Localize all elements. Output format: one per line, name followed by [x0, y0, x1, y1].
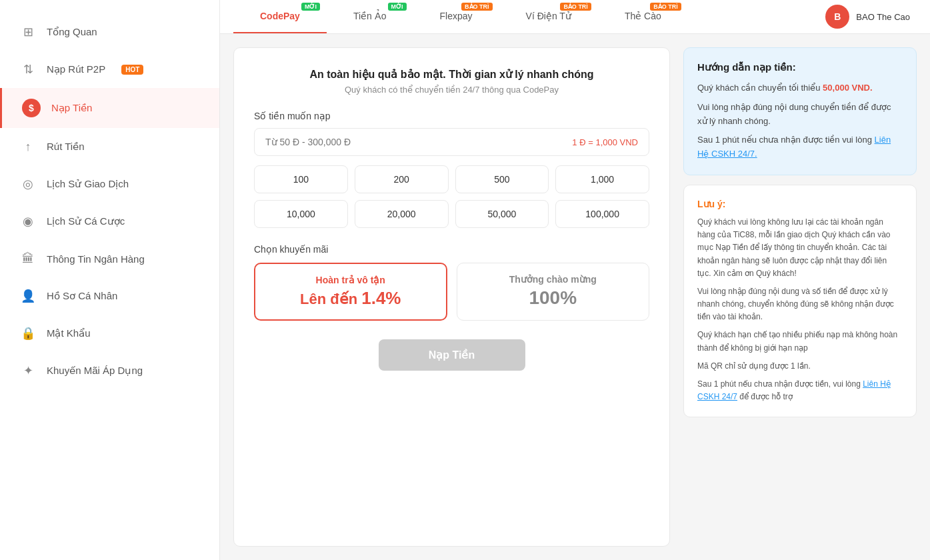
warning-line-3: Quý khách hạn chế tạo nhiều phiếu nạp mà… — [697, 329, 903, 354]
quick-amount-grid: 100 200 500 1,000 10,000 20,000 50,000 1… — [254, 165, 649, 228]
history-icon: ◎ — [20, 176, 36, 192]
sidebar-label-nap-rut-p2p: Nạp Rút P2P — [47, 63, 105, 75]
promo-icon: ✦ — [20, 363, 36, 379]
withdraw-icon: ↑ — [20, 139, 36, 155]
warning-title: Lưu ý: — [697, 199, 903, 209]
promo-hoan-tra-title: Hoàn trả vô tận — [266, 275, 435, 285]
amount-btn-50000[interactable]: 50,000 — [455, 200, 549, 228]
user-name: BAO The Cao — [856, 12, 910, 22]
exchange-rate: 1 Đ = 1,000 VND — [572, 137, 638, 147]
sidebar-label-khuyen-mai-ap-dung: Khuyến Mãi Áp Dụng — [47, 365, 143, 377]
guide-card: Hướng dẫn nạp tiền: Quý khách cần chuyển… — [683, 47, 917, 175]
dashboard-icon: ⊞ — [20, 24, 36, 40]
tab-bar: CodePay MỚI Tiền Ảo MỚI Flexpay BẢO TRÌ … — [220, 0, 930, 34]
form-subtitle: Quý khách có thể chuyển tiền 24/7 thông … — [254, 85, 649, 95]
sidebar-item-khuyen-mai-ap-dung[interactable]: ✦ Khuyến Mãi Áp Dụng — [0, 352, 219, 389]
guide-line-1: Quý khách cần chuyển tối thiểu 50,000 VN… — [697, 81, 903, 95]
sidebar-label-rut-tien: Rút Tiền — [47, 141, 85, 153]
promo-chao-mung-value: 100% — [468, 287, 639, 309]
sidebar-label-lich-su-giao-dich: Lịch Sử Giao Dịch — [47, 178, 129, 190]
user-avatar: B — [825, 5, 849, 29]
deposit-form-card: An toàn hiệu quả bảo mật. Thời gian xử l… — [233, 47, 670, 547]
sidebar-item-lich-su-ca-cuoc[interactable]: ◉ Lịch Sử Cá Cược — [0, 203, 219, 240]
sidebar-item-nap-rut-p2p[interactable]: ⇅ Nạp Rút P2P HOT — [0, 51, 219, 88]
main-content: CodePay MỚI Tiền Ảo MỚI Flexpay BẢO TRÌ … — [220, 0, 930, 560]
sidebar-item-rut-tien[interactable]: ↑ Rút Tiền — [0, 128, 219, 165]
hot-badge: HOT — [121, 65, 143, 75]
promo-grid: Hoàn trả vô tận Lên đến 1.4% Thưởng chào… — [254, 263, 649, 321]
guide-title: Hướng dẫn nạp tiền: — [697, 61, 903, 73]
guide-line-3: Sau 1 phút nếu chưa nhận được tiền vui l… — [697, 133, 903, 161]
warning-card: Lưu ý: Quý khách vui lòng không lưu lại … — [683, 185, 917, 417]
sidebar-label-mat-khau: Mật Khẩu — [47, 327, 91, 339]
tab-vi-dien-tu-label: Ví Điện Tử — [526, 11, 571, 21]
the-cao-bao-tri-badge: BẢO TRÌ — [650, 3, 681, 11]
deposit-icon: $ — [22, 99, 41, 117]
sidebar-label-tong-quan: Tổng Quan — [47, 26, 97, 38]
profile-icon: 👤 — [20, 288, 36, 304]
sidebar-item-mat-khau[interactable]: 🔒 Mật Khẩu — [0, 315, 219, 352]
tien-ao-new-badge: MỚI — [388, 3, 407, 11]
cskh-link-1[interactable]: Liên Hệ CSKH 24/7. — [697, 135, 891, 159]
vi-dien-tu-bao-tri-badge: BẢO TRÌ — [560, 3, 591, 11]
amount-btn-20000[interactable]: 20,000 — [355, 200, 449, 228]
warning-line-1: Quý khách vui lòng không lưu lại các tài… — [697, 216, 903, 280]
sidebar-label-lich-su-ca-cuoc: Lịch Sử Cá Cược — [47, 215, 125, 227]
tab-tien-ao-label: Tiền Ảo — [353, 11, 387, 21]
tab-the-cao-label: Thẻ Cào — [625, 11, 661, 21]
promo-card-hoan-tra[interactable]: Hoàn trả vô tận Lên đến 1.4% — [254, 263, 447, 321]
promo-card-chao-mung[interactable]: Thưởng chào mừng 100% — [457, 263, 650, 321]
tab-tien-ao[interactable]: Tiền Ảo MỚI — [327, 0, 413, 33]
tab-codepay[interactable]: CodePay MỚI — [233, 0, 327, 33]
sidebar-label-nap-tien: Nạp Tiền — [51, 102, 92, 114]
sidebar-item-lich-su-giao-dich[interactable]: ◎ Lịch Sử Giao Dịch — [0, 165, 219, 203]
amount-btn-100000[interactable]: 100,000 — [555, 200, 649, 228]
amount-input-wrapper: 1 Đ = 1,000 VND — [254, 128, 649, 156]
password-icon: 🔒 — [20, 325, 36, 341]
amount-btn-1000[interactable]: 1,000 — [555, 165, 649, 193]
flexpay-bao-tri-badge: BẢO TRÌ — [461, 3, 493, 11]
amount-label: Số tiền muốn nạp — [254, 111, 649, 121]
sidebar-item-tong-quan[interactable]: ⊞ Tổng Quan — [0, 13, 219, 51]
nap-tien-button[interactable]: Nạp Tiền — [379, 339, 525, 371]
sidebar-label-ho-so-ca-nhan: Hồ Sơ Cá Nhân — [47, 290, 117, 302]
amount-btn-100[interactable]: 100 — [254, 165, 348, 193]
tab-the-cao[interactable]: Thẻ Cào BẢO TRÌ — [598, 0, 688, 33]
promo-label: Chọn khuyến mãi — [254, 244, 649, 255]
amount-btn-200[interactable]: 200 — [355, 165, 449, 193]
tab-codepay-label: CodePay — [260, 11, 300, 21]
warning-line-5: Sau 1 phút nếu chưa nhận được tiền, vui … — [697, 378, 903, 403]
info-panel: Hướng dẫn nạp tiền: Quý khách cần chuyển… — [683, 47, 917, 547]
amount-btn-10000[interactable]: 10,000 — [254, 200, 348, 228]
tab-flexpay-label: Flexpay — [440, 11, 473, 21]
bank-icon: 🏛 — [20, 251, 36, 267]
transfer-icon: ⇅ — [20, 61, 36, 77]
tab-flexpay[interactable]: Flexpay BẢO TRÌ — [413, 0, 499, 33]
sidebar-item-ho-so-ca-nhan[interactable]: 👤 Hồ Sơ Cá Nhân — [0, 277, 219, 315]
sidebar-item-nap-tien[interactable]: $ Nạp Tiền — [0, 88, 219, 128]
amount-btn-500[interactable]: 500 — [455, 165, 549, 193]
form-title: An toàn hiệu quả bảo mật. Thời gian xử l… — [254, 68, 649, 81]
promo-hoan-tra-value: Lên đến 1.4% — [266, 288, 435, 309]
warning-line-2: Vui lòng nhập đúng nội dung và số tiền đ… — [697, 285, 903, 324]
tab-vi-dien-tu[interactable]: Ví Điện Tử BẢO TRÌ — [499, 0, 598, 33]
promo-chao-mung-title: Thưởng chào mừng — [468, 274, 639, 285]
sidebar-item-thong-tin-ngan-hang[interactable]: 🏛 Thông Tin Ngân Hàng — [0, 240, 219, 277]
cskh-link-2[interactable]: Liên Hệ CSKH 24/7 — [697, 379, 891, 401]
warning-line-4: Mã QR chỉ sử dụng được 1 lần. — [697, 360, 903, 373]
codepay-new-badge: MỚI — [301, 3, 320, 11]
bet-history-icon: ◉ — [20, 213, 36, 229]
sidebar: ⊞ Tổng Quan ⇅ Nạp Rút P2P HOT $ Nạp Tiền… — [0, 0, 220, 560]
amount-input[interactable] — [265, 137, 572, 147]
guide-line-2: Vui lòng nhập đúng nội dung chuyển tiền … — [697, 101, 903, 129]
content-area: An toàn hiệu quả bảo mật. Thời gian xử l… — [220, 34, 930, 560]
sidebar-label-thong-tin-ngan-hang: Thông Tin Ngân Hàng — [47, 253, 145, 265]
